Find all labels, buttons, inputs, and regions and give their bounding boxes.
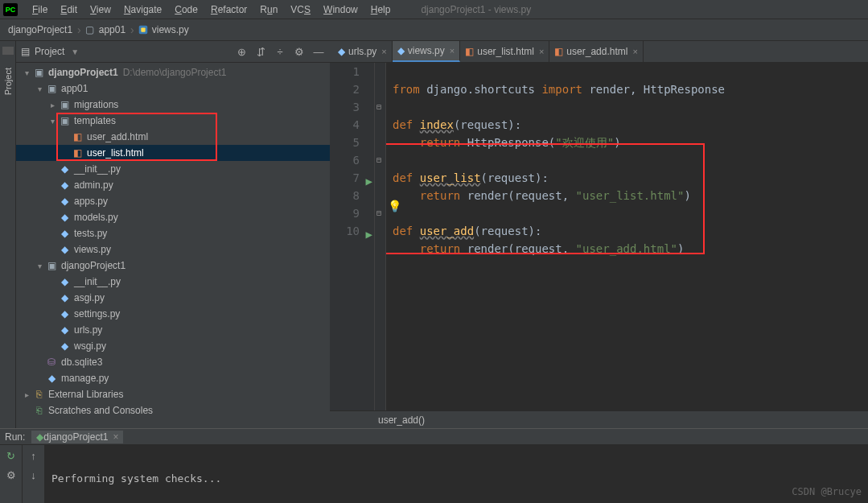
up-icon[interactable]: ↑ xyxy=(27,448,41,463)
tree-ext-lib[interactable]: ▸ ⎘ External Libraries xyxy=(16,386,330,402)
library-icon: ⎘ xyxy=(32,389,45,400)
tree-apps[interactable]: ◆ apps.py xyxy=(16,193,330,209)
project-panel-header: ▤ Project ▼ ⊕ ⇵ ÷ ⚙ — xyxy=(16,41,330,63)
tab-user-list[interactable]: ◧ user_list.html × xyxy=(460,41,549,62)
run-toolbar-left: ↻ ⚙ xyxy=(0,445,23,503)
tree-models[interactable]: ◆ models.py xyxy=(16,209,330,225)
collapse-all-icon[interactable]: ÷ xyxy=(274,45,286,58)
navbar: djangoProject1 › ▢ app01 › views.py xyxy=(0,19,868,41)
crumb-file[interactable]: views.py xyxy=(138,24,189,35)
run-toolbar-right: ↑ ↓ xyxy=(23,445,45,503)
tab-user-add[interactable]: ◧ user_add.html × xyxy=(549,41,643,62)
console-output[interactable]: Performing system checks... System check… xyxy=(45,445,868,503)
editor-breadcrumb[interactable]: user_add() xyxy=(330,410,868,428)
html-file-icon: ◧ xyxy=(71,131,84,142)
tree-project-pkg[interactable]: ▾ ▣ djangoProject1 xyxy=(16,258,330,274)
package-icon: ▣ xyxy=(45,260,58,271)
chevron-right-icon[interactable]: ▸ xyxy=(47,101,58,109)
run-config-tab[interactable]: ◆ djangoProject1 × xyxy=(31,431,123,443)
tree-urls[interactable]: ◆ urls.py xyxy=(16,322,330,338)
chevron-down-icon[interactable]: ▼ xyxy=(71,47,79,56)
tree-asgi[interactable]: ◆ asgi.py xyxy=(16,290,330,306)
chevron-right-icon[interactable]: ▸ xyxy=(21,390,32,399)
tree-init[interactable]: ◆ __init__.py xyxy=(16,161,330,177)
menu-file[interactable]: File xyxy=(26,2,54,17)
menu-view[interactable]: View xyxy=(84,2,117,17)
tree-tests[interactable]: ◆ tests.py xyxy=(16,225,330,241)
menu-run[interactable]: Run xyxy=(253,2,284,17)
svg-rect-1 xyxy=(141,27,145,31)
stop-icon[interactable]: ⚙ xyxy=(4,468,19,482)
tree-user-add-html[interactable]: ◧ user_add.html xyxy=(16,129,330,145)
tree-wsgi[interactable]: ◆ wsgi.py xyxy=(16,338,330,354)
hide-icon[interactable]: — xyxy=(312,45,325,58)
fold-icon[interactable]: ⊟ xyxy=(376,204,381,222)
close-icon[interactable]: × xyxy=(113,431,118,443)
app-title: djangoProject1 - views.py xyxy=(421,4,531,15)
chevron-down-icon[interactable]: ▾ xyxy=(34,85,45,93)
menu-code[interactable]: Code xyxy=(168,2,204,17)
run-gutter-icon[interactable]: ▶ xyxy=(361,225,372,237)
editor-tabs: ◆ urls.py × ◆ views.py × ◧ user_list.htm… xyxy=(330,41,868,63)
project-tool-label[interactable]: Project xyxy=(3,68,13,95)
menu-navigate[interactable]: Navigate xyxy=(117,2,168,17)
tab-views[interactable]: ◆ views.py × xyxy=(393,41,460,62)
tree-admin[interactable]: ◆ admin.py xyxy=(16,177,330,193)
rerun-icon[interactable]: ↻ xyxy=(4,448,19,463)
crumb-app[interactable]: ▢ app01 xyxy=(84,24,125,35)
tree-scratches[interactable]: ⎗ Scratches and Consoles xyxy=(16,402,330,418)
tree-templates[interactable]: ▾ ▣ templates xyxy=(16,113,330,129)
chevron-down-icon[interactable]: ▾ xyxy=(47,117,58,126)
menu-window[interactable]: Window xyxy=(317,2,364,17)
crumb-sep-icon: › xyxy=(130,23,134,36)
crumb-project[interactable]: djangoProject1 xyxy=(8,24,72,35)
gear-icon[interactable]: ⚙ xyxy=(293,45,306,58)
tree-user-list-html[interactable]: ◧ user_list.html xyxy=(16,145,330,161)
tab-urls[interactable]: ◆ urls.py × xyxy=(333,41,393,62)
python-file-icon: ◆ xyxy=(58,196,71,207)
tree-migrations[interactable]: ▸ ▣ migrations xyxy=(16,97,330,113)
fold-icon[interactable]: ⊟ xyxy=(376,151,381,169)
tree-db[interactable]: ⛁ db.sqlite3 xyxy=(16,354,330,370)
fold-strip: ⊟ ⊟ ⊟ xyxy=(375,63,386,410)
fold-icon[interactable]: ⊟ xyxy=(376,98,381,116)
code-editor[interactable]: 1 2 3 4 5 6 7 8 9 10 ▶ ▶ ⊟ ⊟ ⊟ from djan… xyxy=(330,63,868,410)
close-icon[interactable]: × xyxy=(381,47,386,56)
editor-area: ◆ urls.py × ◆ views.py × ◧ user_list.htm… xyxy=(330,41,868,428)
menu-edit[interactable]: Edit xyxy=(54,2,84,17)
folder-icon: ▢ xyxy=(84,24,96,35)
package-icon: ▣ xyxy=(58,99,71,110)
chevron-down-icon[interactable]: ▾ xyxy=(21,68,32,77)
menu-help[interactable]: Help xyxy=(364,2,397,17)
close-icon[interactable]: × xyxy=(632,47,637,56)
tree-root[interactable]: ▾ ▣ djangoProject1 D:\demo\djangoProject… xyxy=(16,64,330,80)
run-gutter-icon[interactable]: ▶ xyxy=(361,172,372,183)
chevron-down-icon[interactable]: ▾ xyxy=(34,262,45,270)
python-file-icon: ◆ xyxy=(58,212,71,223)
project-view-title[interactable]: Project xyxy=(35,46,64,57)
python-file-icon: ◆ xyxy=(58,340,71,352)
menu-vcs[interactable]: VCS xyxy=(284,2,317,17)
watermark: CSDN @Brucye xyxy=(792,484,862,500)
tree-p-init[interactable]: ◆ __init__.py xyxy=(16,274,330,290)
folder-icon: ▣ xyxy=(58,115,71,126)
crumb-sep-icon: › xyxy=(77,23,81,36)
menu-refactor[interactable]: Refactor xyxy=(204,2,253,17)
expand-all-icon[interactable]: ⇵ xyxy=(254,45,267,58)
select-opened-icon[interactable]: ⊕ xyxy=(235,45,248,58)
intention-bulb-icon[interactable]: 💡 xyxy=(388,197,401,215)
tree-views[interactable]: ◆ views.py xyxy=(16,241,330,258)
python-file-icon: ◆ xyxy=(58,244,71,255)
tree-manage[interactable]: ◆ manage.py xyxy=(16,370,330,386)
close-icon[interactable]: × xyxy=(539,47,544,56)
tree-settings[interactable]: ◆ settings.py xyxy=(16,306,330,322)
code-content[interactable]: from django.shortcuts import render, Htt… xyxy=(386,63,868,410)
project-tree[interactable]: ▾ ▣ djangoProject1 D:\demo\djangoProject… xyxy=(16,63,330,428)
project-tool-icon[interactable] xyxy=(2,47,14,55)
html-file-icon: ◧ xyxy=(554,46,563,57)
down-icon[interactable]: ↓ xyxy=(27,468,41,482)
close-icon[interactable]: × xyxy=(450,46,455,56)
python-file-icon xyxy=(138,24,149,35)
python-file-icon: ◆ xyxy=(58,308,71,320)
tree-app01[interactable]: ▾ ▣ app01 xyxy=(16,80,330,97)
